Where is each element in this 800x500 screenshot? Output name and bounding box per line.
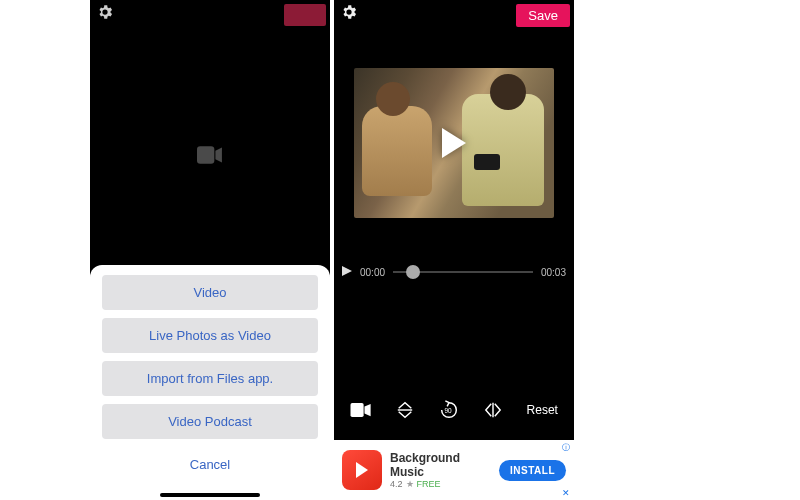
flip-horizontal-icon[interactable] xyxy=(484,401,502,419)
camera-icon xyxy=(197,146,223,164)
phone-left: 00:00 00:00 Video Live Photos as Video I… xyxy=(90,0,330,500)
flip-vertical-icon[interactable] xyxy=(396,401,414,419)
save-button-disabled xyxy=(284,4,326,26)
gear-icon[interactable] xyxy=(96,3,114,25)
video-thumbnail xyxy=(354,68,554,218)
gear-icon[interactable] xyxy=(340,3,358,25)
sheet-option-podcast[interactable]: Video Podcast xyxy=(102,404,318,439)
svg-rect-1 xyxy=(351,403,364,417)
reset-button[interactable]: Reset xyxy=(527,403,558,417)
play-icon[interactable] xyxy=(354,68,554,218)
rotate-90-icon[interactable]: 90 xyxy=(438,399,460,421)
ad-app-icon xyxy=(342,450,382,490)
svg-rect-0 xyxy=(197,146,214,163)
sheet-option-files[interactable]: Import from Files app. xyxy=(102,361,318,396)
play-icon[interactable] xyxy=(342,266,352,278)
ad-banner[interactable]: Background Music 4.2 ★ FREE INSTALL ⓘ ✕ xyxy=(334,440,574,500)
sheet-cancel[interactable]: Cancel xyxy=(102,447,318,482)
scrubber-track[interactable] xyxy=(393,271,533,273)
ad-free-label: FREE xyxy=(417,479,441,489)
star-icon: ★ xyxy=(406,479,414,489)
home-indicator xyxy=(404,495,504,499)
home-indicator xyxy=(160,493,260,497)
sheet-option-live-photos[interactable]: Live Photos as Video xyxy=(102,318,318,353)
camera-icon[interactable] xyxy=(350,403,372,417)
import-sheet: Video Live Photos as Video Import from F… xyxy=(90,265,330,500)
ad-close-icon[interactable]: ✕ xyxy=(562,488,570,498)
install-button[interactable]: INSTALL xyxy=(499,460,566,481)
scrubber-knob[interactable] xyxy=(406,265,420,279)
phone-right: Save 00:00 00:03 xyxy=(334,0,574,500)
ad-title: Background Music xyxy=(390,451,491,479)
save-button[interactable]: Save xyxy=(516,4,570,27)
ad-info-icon[interactable]: ⓘ xyxy=(562,442,570,453)
topbar xyxy=(90,0,330,28)
ad-rating: 4.2 xyxy=(390,479,403,489)
video-preview[interactable] xyxy=(334,28,574,258)
scrubber: 00:00 00:03 xyxy=(334,258,574,286)
svg-text:90: 90 xyxy=(445,407,453,414)
time-end: 00:03 xyxy=(541,267,566,278)
ad-subtitle: 4.2 ★ FREE xyxy=(390,479,491,489)
sheet-option-video[interactable]: Video xyxy=(102,275,318,310)
edit-toolbar: 90 Reset xyxy=(334,380,574,440)
topbar: Save xyxy=(334,0,574,28)
video-preview-empty[interactable] xyxy=(90,28,330,282)
time-start: 00:00 xyxy=(360,267,385,278)
